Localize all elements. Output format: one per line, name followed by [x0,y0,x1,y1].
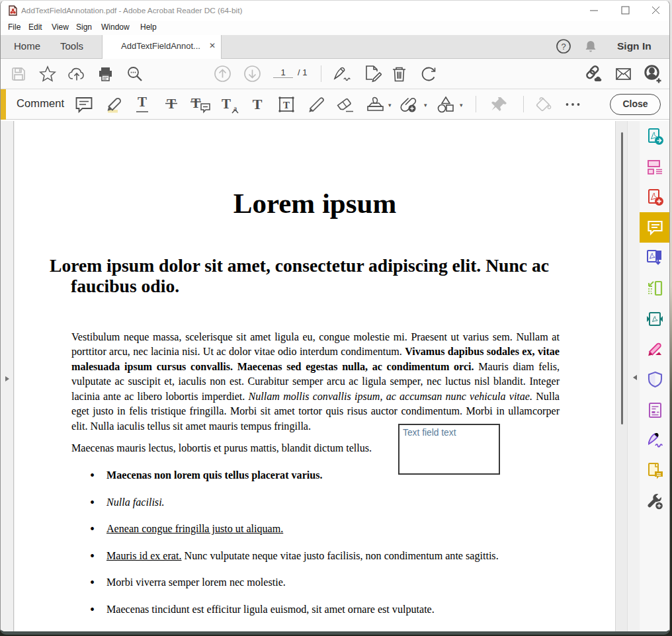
svg-text:T: T [191,95,200,111]
svg-text:?: ? [561,42,566,52]
svg-text:T: T [283,100,290,110]
svg-text:T: T [222,96,231,112]
svg-text:T: T [253,96,263,112]
svg-text:T: T [138,95,147,110]
